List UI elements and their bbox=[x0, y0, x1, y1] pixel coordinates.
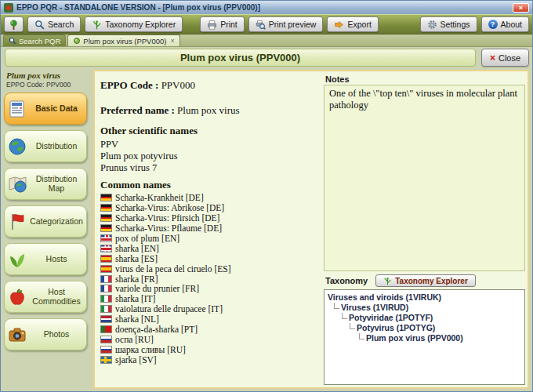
window-close-button[interactable]: × bbox=[513, 3, 529, 13]
close-button[interactable]: × Close bbox=[481, 49, 529, 67]
sidebar-item-basic-data[interactable]: Basic Data bbox=[4, 93, 87, 125]
red-flag-icon bbox=[7, 212, 27, 232]
about-button[interactable]: ? About bbox=[481, 16, 529, 32]
app-logo-button[interactable] bbox=[4, 16, 24, 32]
apple-icon bbox=[7, 287, 27, 307]
print-button-label: Print bbox=[220, 20, 237, 29]
tree-connector-icon bbox=[334, 303, 339, 309]
search-icon bbox=[34, 20, 45, 30]
tab-plum-pox-virus[interactable]: Plum pox virus (PPV000) × bbox=[67, 34, 179, 46]
close-button-label: Close bbox=[499, 53, 520, 63]
tree-connector-icon bbox=[350, 323, 355, 329]
common-name-text: virus de la peca del ciruelo [ES] bbox=[115, 264, 231, 274]
main-panel: EPPO Code : PPV000 Preferred name : Plum… bbox=[93, 70, 529, 389]
common-name-row: sharka [IT] bbox=[100, 294, 319, 304]
taxonomy-explorer-button-label: Taxonomy Explorer bbox=[395, 277, 468, 285]
export-arrow-icon bbox=[334, 20, 344, 30]
virus-icon bbox=[73, 37, 81, 45]
common-name-text: doença-da-sharka [PT] bbox=[115, 325, 198, 334]
sidebar-item-hosts[interactable]: Hosts bbox=[4, 243, 87, 275]
common-name-text: оспа [RU] bbox=[115, 335, 154, 344]
common-name-text: vaiolatura delle drupacee [IT] bbox=[115, 304, 223, 314]
flag-ru-icon bbox=[100, 336, 112, 343]
common-name-row: Scharka-Virus: Pfirsich [DE] bbox=[100, 213, 319, 223]
sidebar-item-label: Distribution bbox=[29, 142, 84, 151]
common-name-row: sjarka [SV] bbox=[100, 354, 319, 365]
close-x-icon: × bbox=[490, 53, 495, 63]
common-name-row: sharka [ES] bbox=[100, 253, 319, 263]
common-name-row: pox of plum [EN] bbox=[100, 234, 319, 244]
camera-icon bbox=[7, 325, 27, 345]
toolbar-right-group: Settings ? About bbox=[420, 16, 529, 32]
sidebar-item-label: Photos bbox=[29, 330, 84, 339]
tab-close-icon[interactable]: × bbox=[170, 37, 174, 45]
common-name-text: sharka [FR] bbox=[115, 274, 158, 284]
preferred-name-label: Preferred name : bbox=[100, 104, 175, 116]
sidebar-item-distribution-map[interactable]: Distribution Map bbox=[4, 168, 87, 200]
common-name-text: Scharka-Virus: Pflaume [DE] bbox=[115, 223, 222, 233]
tree-node-label: Potyviridae (1POTYF) bbox=[349, 313, 433, 323]
plant-leaves-icon bbox=[7, 249, 27, 270]
sidebar-item-photos[interactable]: Photos bbox=[4, 318, 87, 350]
title-bar: EPPO PQR - STANDALONE VERSION - [Plum po… bbox=[1, 1, 532, 14]
common-name-text: sjarka [SV] bbox=[115, 355, 157, 365]
taxonomy-explorer-toolbar-button[interactable]: Taxonomy Explorer bbox=[85, 16, 183, 32]
basic-data-panel: EPPO Code : PPV000 Preferred name : Plum… bbox=[95, 71, 324, 387]
taxonomy-tree-icon bbox=[383, 277, 392, 285]
tree-connector-icon bbox=[342, 313, 347, 319]
common-name-text: sharka [IT] bbox=[115, 294, 155, 303]
about-button-label: About bbox=[501, 20, 522, 29]
map-globe-icon bbox=[7, 174, 27, 194]
tree-node-label: Viruses and viroids (1VIRUK) bbox=[328, 292, 441, 303]
notes-text: One of the \"top ten\" viruses in molecu… bbox=[329, 88, 517, 111]
flag-fr-icon bbox=[100, 285, 112, 292]
taxonomy-heading: Taxonomy bbox=[325, 276, 368, 285]
taxonomy-explorer-button[interactable]: Taxonomy Explorer bbox=[375, 274, 476, 287]
tree-node[interactable]: Potyvirus (1POTYG) bbox=[326, 323, 523, 333]
scientific-name: PPV bbox=[100, 139, 319, 151]
print-button[interactable]: Print bbox=[200, 16, 245, 32]
flag-ru-icon bbox=[100, 346, 112, 354]
app-icon bbox=[4, 3, 13, 13]
common-name-text: шарка сливы [RU] bbox=[115, 345, 186, 354]
tree-node[interactable]: Viruses and viroids (1VIRUK) bbox=[326, 292, 523, 303]
export-button[interactable]: Export bbox=[327, 16, 378, 32]
flag-it-icon bbox=[100, 295, 112, 303]
common-name-row: Scharka-Krankheit [DE] bbox=[100, 193, 319, 203]
search-button[interactable]: Search bbox=[27, 16, 81, 32]
taxonomy-tree-icon bbox=[92, 20, 102, 30]
flag-es-icon bbox=[100, 255, 112, 263]
toolbar: Search Taxonomy Explorer Print Print pre… bbox=[1, 14, 532, 34]
notes-taxonomy-panel: Notes One of the \"top ten\" viruses in … bbox=[324, 71, 528, 387]
flag-fr-icon bbox=[100, 275, 112, 283]
page-title: Plum pox virus (PPV000) bbox=[180, 52, 300, 64]
common-name-row: оспа [RU] bbox=[100, 334, 319, 344]
print-preview-button[interactable]: Print preview bbox=[248, 16, 324, 32]
flag-it-icon bbox=[100, 305, 112, 313]
common-name-text: sharka [EN] bbox=[115, 244, 159, 253]
document-icon bbox=[7, 99, 27, 119]
common-name-text: pox of plum [EN] bbox=[115, 234, 179, 243]
common-name-row: virus de la peca del ciruelo [ES] bbox=[100, 263, 319, 274]
taxonomy-tree: Viruses and viroids (1VIRUK) Viruses (1V… bbox=[324, 289, 525, 385]
flag-de-icon bbox=[100, 194, 112, 201]
sidebar-item-label: Host Commodities bbox=[29, 288, 84, 306]
settings-button[interactable]: Settings bbox=[420, 16, 477, 32]
sidebar-item-host-commodities[interactable]: Host Commodities bbox=[4, 281, 87, 313]
tab-bar: Search PQR Plum pox virus (PPV000) × bbox=[1, 34, 532, 47]
sidebar-eppo-code: EPPO Code: PPV000 bbox=[6, 81, 88, 89]
common-name-text: sharka [ES] bbox=[115, 254, 158, 263]
tree-node-label: Viruses (1VIRUD) bbox=[341, 303, 408, 313]
flag-de-icon bbox=[100, 204, 112, 212]
info-icon: ? bbox=[488, 20, 498, 29]
print-preview-label: Print preview bbox=[269, 20, 317, 29]
tree-node[interactable]: Viruses (1VIRUD) bbox=[326, 303, 523, 313]
tree-node[interactable]: Potyviridae (1POTYF) bbox=[326, 313, 523, 323]
common-name-row: шарка сливы [RU] bbox=[100, 344, 319, 354]
sidebar-item-label: Basic Data bbox=[29, 104, 84, 114]
sidebar-item-distribution[interactable]: Distribution bbox=[4, 130, 87, 162]
common-name-row: sharka [EN] bbox=[100, 243, 319, 253]
sidebar-item-categorization[interactable]: Categorization bbox=[4, 205, 87, 238]
tree-node[interactable]: Plum pox virus (PPV000) bbox=[326, 333, 523, 343]
tab-search-pqr[interactable]: Search PQR bbox=[3, 34, 66, 46]
